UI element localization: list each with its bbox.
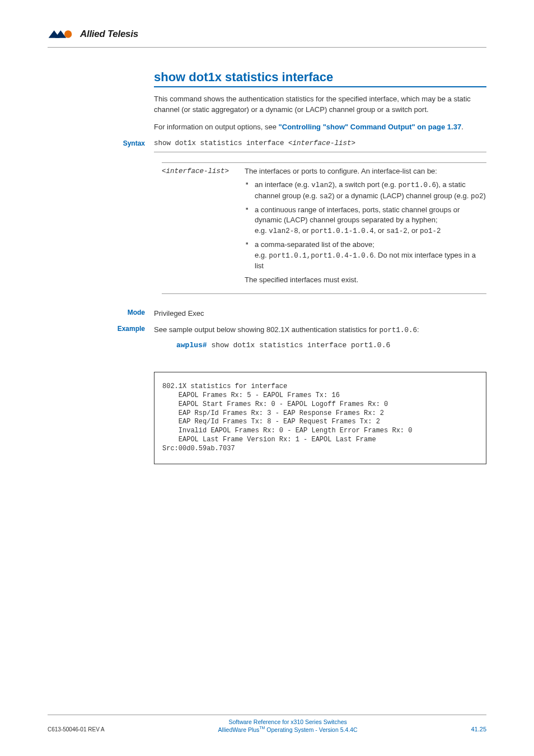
param-bullet-1: an interface (e.g. vlan2), a switch port…	[245, 180, 486, 201]
example-prompt: awplus#	[176, 341, 207, 349]
parameter-table: <interface-list> The interfaces or ports…	[162, 162, 486, 295]
intro-paragraph: This command shows the authentication st…	[154, 94, 486, 115]
allied-telesis-logo-icon	[48, 28, 76, 40]
syntax-command: show dot1x statistics interface <interfa…	[154, 139, 486, 147]
footer-center: Software Reference for x310 Series Switc…	[105, 718, 471, 733]
page-footer: C613-50046-01 REV A Software Reference f…	[48, 715, 486, 733]
param-bullet-3: a comma-separated list of the above; e.g…	[245, 240, 486, 272]
syntax-command-text: show dot1x statistics interface	[154, 139, 288, 147]
footer-subtitle: AlliedWare PlusTM Operating System - Ver…	[105, 726, 471, 733]
example-label: Example	[48, 325, 154, 333]
example-command-line: awplus# show dot1x statistics interface …	[176, 341, 486, 349]
footer-page-number: 41.25	[471, 726, 486, 732]
mode-label: Mode	[48, 309, 154, 316]
example-intro: See sample output below showing 802.1X a…	[154, 325, 486, 335]
syntax-command-arg: <interface-list>	[288, 139, 355, 147]
footer-doc-id: C613-50046-01 REV A	[48, 726, 105, 732]
controlling-show-output-link[interactable]: "Controlling "show" Command Output" on p…	[279, 123, 462, 131]
info-paragraph: For information on output options, see "…	[154, 122, 486, 133]
param-bullet-2: a continuous range of interfaces, ports,…	[245, 205, 486, 237]
param-top-rule	[162, 162, 486, 163]
page-header: Allied Telesis	[48, 28, 486, 48]
param-desc-outro: The specified interfaces must exist.	[245, 275, 486, 286]
svg-point-2	[64, 30, 72, 38]
syntax-row: Syntax show dot1x statistics interface <…	[154, 139, 486, 152]
param-name: <interface-list>	[162, 167, 229, 175]
mode-value: Privileged Exec	[154, 309, 486, 319]
section-title: show dot1x statistics interface	[154, 70, 486, 87]
example-row: Example See sample output below showing …	[154, 325, 486, 349]
example-command: show dot1x statistics interface port1.0.…	[207, 341, 391, 349]
footer-title: Software Reference for x310 Series Switc…	[105, 718, 471, 725]
syntax-label: Syntax	[48, 139, 154, 147]
info-tail: .	[461, 123, 463, 131]
info-lead: For information on output options, see	[154, 123, 279, 131]
output-box: 802.1X statistics for interface EAPOL Fr…	[154, 372, 486, 464]
main-content: show dot1x statistics interface This com…	[154, 70, 486, 464]
param-bullet-list: an interface (e.g. vlan2), a switch port…	[245, 180, 486, 272]
mode-row: Mode Privileged Exec	[154, 309, 486, 319]
param-desc-intro: The interfaces or ports to configure. An…	[245, 166, 486, 177]
brand-logo: Allied Telesis	[48, 28, 138, 40]
brand-name: Allied Telesis	[80, 29, 138, 40]
